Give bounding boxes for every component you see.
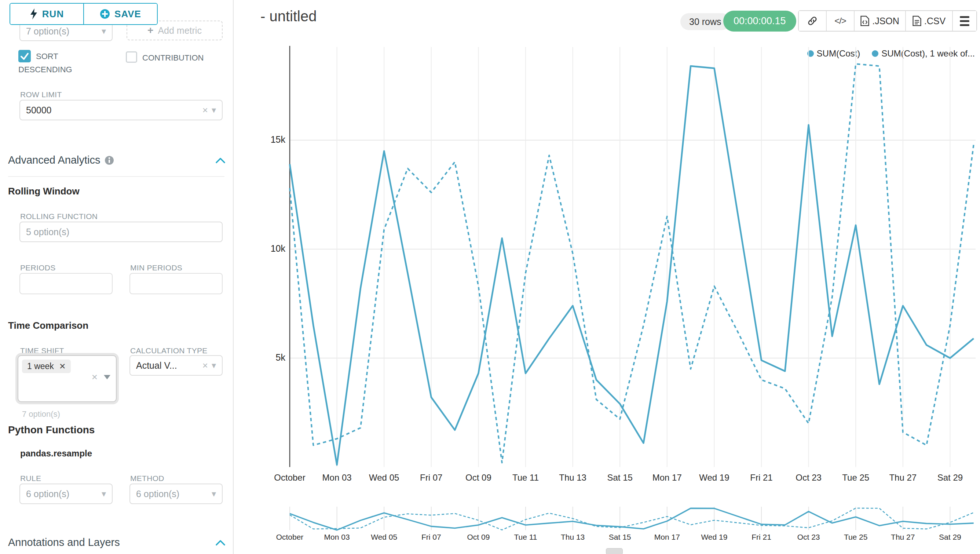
rolling-function-value: 5 option(s) (26, 227, 216, 237)
info-icon (105, 156, 114, 165)
time-shift-helper: 7 option(s) (22, 409, 60, 419)
x-tick-label: Mon 17 (652, 473, 682, 483)
x-tick-label: Wed 19 (699, 473, 729, 483)
series-line-1[interactable] (290, 66, 974, 465)
main-line-chart[interactable] (271, 31, 975, 475)
time-comparison-title: Time Comparison (8, 320, 88, 331)
remove-tag-icon[interactable]: ✕ (59, 362, 66, 371)
mini-x-tick-label: Sat 29 (939, 533, 961, 541)
annotations-layers-header[interactable]: Annotations and Layers (8, 536, 225, 549)
python-functions-title: Python Functions (8, 424, 95, 436)
chart-toolbar: </> .JSON .CSV (798, 10, 977, 32)
caret-down-icon: ▾ (212, 360, 216, 371)
mini-series-line-2 (290, 508, 974, 530)
sort-descending-checkbox-row[interactable]: SORT DESCENDING (18, 50, 94, 76)
plus-circle-icon (100, 9, 110, 19)
checkbox-checked-icon[interactable] (18, 50, 31, 62)
resize-handle[interactable] (606, 548, 623, 554)
mini-x-tick-label: October (276, 533, 304, 541)
mini-range-chart[interactable] (271, 505, 975, 533)
min-periods-input[interactable] (129, 273, 223, 294)
y-tick-label: 5k (241, 352, 285, 363)
advanced-analytics-header[interactable]: Advanced Analytics (8, 154, 225, 166)
run-button[interactable]: RUN (10, 4, 84, 24)
rows-count-badge: 30 rows (680, 13, 730, 30)
series-line-2[interactable] (290, 64, 974, 463)
rolling-function-label: ROLLING FUNCTION (20, 212, 97, 221)
chevron-down-icon: ▾ (102, 26, 106, 36)
min-periods-label: MIN PERIODS (130, 263, 182, 272)
add-metric-label: Add metric (158, 25, 201, 36)
y-tick-label: 15k (241, 134, 285, 145)
section-divider (8, 176, 224, 177)
mini-x-tick-label: Wed 05 (371, 533, 397, 541)
calculation-type-select[interactable]: Actual V... × ▾ (129, 355, 223, 376)
contribution-label: CONTRIBUTION (142, 53, 204, 62)
page-title: - untitled (260, 8, 317, 25)
menu-icon (960, 16, 969, 26)
clear-icon[interactable]: × (202, 361, 208, 370)
mini-x-tick-label: Tue 11 (514, 533, 537, 541)
y-tick-label: 10k (241, 243, 285, 254)
save-button-label: SAVE (115, 8, 141, 20)
rule-select[interactable]: 6 option(s) ▾ (19, 484, 113, 504)
view-query-button[interactable]: </> (827, 11, 854, 31)
time-shift-tag: 1 week ✕ (22, 360, 71, 373)
more-options-button[interactable] (953, 11, 976, 31)
row-limit-select[interactable]: 50000 × ▾ (19, 100, 223, 120)
x-tick-label: Thu 13 (559, 473, 587, 483)
file-code-icon (861, 16, 869, 26)
method-select[interactable]: 6 option(s) ▾ (129, 484, 223, 504)
run-save-button-group: RUN SAVE (10, 3, 158, 25)
control-panel: 7 option(s) ▾ RUN SAVE + Add metric SORT… (0, 0, 233, 554)
mini-x-tick-label: Fri 07 (422, 533, 441, 541)
annotations-layers-title: Annotations and Layers (8, 536, 120, 549)
metrics-select-value: 7 option(s) (26, 26, 98, 37)
save-button[interactable]: SAVE (84, 4, 157, 24)
mini-x-tick-label: Thu 27 (891, 533, 915, 541)
x-tick-label: Fri 07 (420, 473, 442, 483)
query-duration-badge: 00:00:00.15 (723, 11, 796, 32)
calculation-type-value: Actual V... (136, 360, 199, 371)
mini-x-tick-label: Wed 19 (701, 533, 727, 541)
copy-link-button[interactable] (799, 11, 827, 31)
mini-x-tick-label: Mon 03 (324, 533, 350, 541)
advanced-analytics-title: Advanced Analytics (8, 154, 100, 166)
x-tick-label: Sat 29 (937, 473, 963, 483)
row-limit-value: 50000 (26, 105, 199, 116)
mini-x-tick-label: Oct 23 (797, 533, 820, 541)
caret-down-icon[interactable] (103, 374, 111, 380)
chevron-up-icon[interactable] (216, 158, 225, 163)
x-tick-label: Fri 21 (750, 473, 772, 483)
export-json-button[interactable]: .JSON (854, 11, 906, 31)
rule-value: 6 option(s) (26, 489, 98, 499)
method-value: 6 option(s) (136, 489, 208, 499)
clear-icon[interactable]: × (202, 105, 208, 115)
run-button-label: RUN (42, 8, 64, 20)
lightning-bolt-icon (30, 8, 38, 19)
export-csv-button[interactable]: .CSV (906, 11, 953, 31)
x-tick-label: October (274, 473, 305, 483)
calculation-type-label: CALCULATION TYPE (130, 346, 208, 355)
rolling-function-select[interactable]: 5 option(s) (19, 221, 223, 242)
time-shift-multiselect[interactable]: 1 week ✕ × (18, 355, 117, 402)
panel-divider (233, 0, 234, 554)
mini-x-tick-label: Thu 13 (561, 533, 585, 541)
chevron-up-icon[interactable] (216, 540, 225, 546)
export-json-label: .JSON (872, 16, 899, 26)
mini-series-line-1 (290, 508, 974, 530)
caret-down-icon: ▾ (212, 489, 216, 499)
clear-all-icon[interactable]: × (92, 372, 97, 382)
x-tick-label: Thu 27 (889, 473, 916, 483)
pandas-resample-label: pandas.resample (20, 448, 92, 458)
time-shift-label: TIME SHIFT (20, 346, 64, 355)
mini-x-tick-label: Fri 21 (751, 533, 771, 541)
periods-input[interactable] (19, 273, 113, 294)
caret-down-icon: ▾ (102, 489, 106, 499)
checkbox-unchecked-icon[interactable] (126, 51, 137, 63)
contribution-checkbox-row[interactable]: CONTRIBUTION (126, 51, 229, 65)
x-tick-label: Tue 25 (842, 473, 869, 483)
method-label: METHOD (130, 474, 164, 483)
x-tick-label: Oct 09 (465, 473, 492, 483)
x-tick-label: Wed 05 (369, 473, 399, 483)
